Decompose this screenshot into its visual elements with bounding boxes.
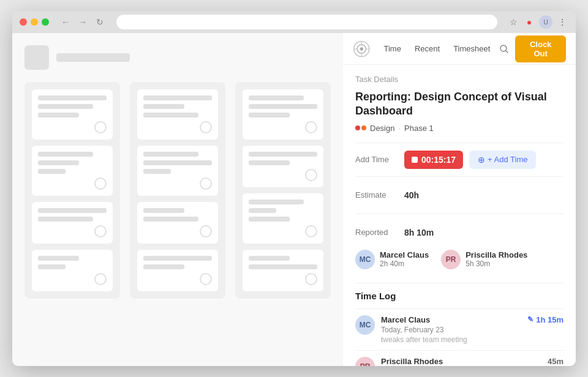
clock-out-button[interactable]: Clock Out — [515, 35, 566, 62]
task-meta: Design · Phase 1 — [355, 124, 564, 133]
timer-display[interactable]: 00:15:17 — [404, 151, 463, 169]
kanban-card — [137, 146, 218, 196]
skeleton-play — [94, 177, 107, 190]
person-time: 2h 40m — [380, 259, 429, 268]
kanban-card — [32, 146, 113, 196]
kanban-card — [243, 250, 323, 291]
time-log-entry-2: PR Priscilla Rhodes Today, February 23 4… — [355, 350, 564, 366]
skeleton-line — [143, 208, 184, 213]
estimate-value: 40h — [404, 190, 419, 200]
kanban-card — [137, 250, 218, 291]
person-entry: PR Priscilla Rhodes 5h 30m — [441, 250, 527, 269]
close-button[interactable] — [20, 18, 27, 26]
skeleton-line — [143, 264, 184, 269]
add-time-button[interactable]: ⊕ + Add Time — [469, 151, 536, 169]
profile-avatar[interactable]: U — [539, 15, 552, 29]
divider — [355, 143, 564, 143]
skeleton-line — [38, 113, 79, 118]
skeleton-play — [200, 225, 212, 237]
tl-name: Priscilla Rhodes — [381, 357, 541, 366]
tl-time-value: 1h 15m — [536, 315, 564, 324]
reported-label: Reported — [355, 228, 404, 237]
time-log-info: Marcel Claus Today, February 23 tweaks a… — [381, 315, 521, 344]
kanban-card — [32, 202, 113, 244]
browser-nav: ← → ↻ — [59, 15, 107, 29]
kanban-card — [243, 193, 323, 244]
skeleton-line — [38, 208, 107, 213]
skeleton-line — [143, 152, 198, 157]
person-entry: MC Marcel Claus 2h 40m — [355, 250, 429, 269]
browser-content: Time Recent Timesheet Clock Out Task Det… — [12, 33, 576, 366]
tl-time: ✎ 1h 15m — [527, 315, 564, 324]
skeleton-line — [249, 208, 276, 213]
tab-timesheet[interactable]: Timesheet — [447, 40, 496, 57]
avatar-marcel: MC — [355, 250, 375, 269]
avatar-priscilla-log: PR — [355, 357, 375, 366]
phase-label: Phase 1 — [404, 124, 434, 133]
skeleton-header — [24, 45, 331, 70]
address-bar[interactable] — [116, 15, 497, 29]
project-label: Design — [370, 124, 394, 133]
browser-actions: ☆ ● U ⋮ — [507, 15, 568, 29]
search-icon[interactable] — [496, 40, 511, 58]
right-panel: Time Recent Timesheet Clock Out Task Det… — [343, 33, 576, 366]
panel-toolbar: Time Recent Timesheet Clock Out — [343, 33, 576, 65]
skeleton-line — [249, 217, 290, 222]
divider — [355, 176, 564, 177]
project-dots — [355, 125, 366, 130]
person-name: Priscilla Rhodes — [466, 250, 527, 259]
reported-row: Reported 8h 10m — [355, 222, 564, 244]
skeleton-play — [94, 225, 107, 237]
toolbar-nav: Time Recent Timesheet — [378, 40, 497, 57]
tl-name: Marcel Claus — [381, 315, 521, 324]
maximize-button[interactable] — [42, 18, 49, 26]
dot-red — [355, 125, 360, 130]
browser-titlebar: ← → ↻ ☆ ● U ⋮ — [12, 11, 576, 33]
avatar-marcel-log: MC — [355, 315, 375, 335]
skeleton-play — [305, 273, 317, 285]
skeleton-line — [38, 95, 107, 100]
main-page — [12, 33, 343, 366]
skeleton-line — [38, 152, 93, 157]
kanban-column-2 — [130, 82, 225, 299]
tab-recent[interactable]: Recent — [409, 40, 446, 57]
skeleton-line — [249, 160, 290, 165]
traffic-lights — [20, 18, 49, 26]
kanban-card — [32, 89, 113, 140]
person-info: Marcel Claus 2h 40m — [380, 250, 429, 268]
skeleton-play — [94, 273, 107, 285]
back-button[interactable]: ← — [59, 15, 72, 29]
time-log-info: Priscilla Rhodes Today, February 23 — [381, 357, 541, 366]
person-time: 5h 30m — [466, 259, 527, 268]
skeleton-line — [143, 217, 198, 222]
record-icon[interactable]: ● — [523, 16, 535, 28]
skeleton-line — [143, 104, 184, 109]
tab-time[interactable]: Time — [378, 40, 407, 57]
dot-orange — [361, 125, 366, 130]
person-name: Marcel Claus — [380, 250, 429, 259]
skeleton-play — [200, 177, 212, 190]
skeleton-line — [249, 264, 317, 269]
forward-button[interactable]: → — [76, 15, 89, 29]
tl-time: 45m — [548, 357, 564, 366]
bookmark-icon[interactable]: ☆ — [507, 16, 519, 28]
minimize-button[interactable] — [31, 18, 38, 26]
skeleton-play — [305, 121, 317, 133]
skeleton-line — [38, 256, 79, 261]
more-options-icon[interactable]: ⋮ — [556, 16, 568, 28]
app-logo — [353, 39, 371, 59]
svg-point-2 — [360, 47, 363, 50]
kanban-card — [243, 89, 323, 140]
reported-value: 8h 10m — [404, 228, 434, 237]
time-log-entry-1: MC Marcel Claus Today, February 23 tweak… — [355, 308, 564, 350]
kanban-card — [137, 89, 218, 140]
skeleton-line — [249, 95, 304, 100]
kanban-card — [137, 202, 218, 244]
kanban-column-1 — [24, 82, 120, 299]
skeleton-line — [249, 256, 290, 261]
edit-icon[interactable]: ✎ — [527, 315, 533, 324]
skeleton-line — [143, 113, 198, 118]
skeleton-title — [56, 53, 130, 62]
refresh-button[interactable]: ↻ — [93, 15, 107, 29]
kanban-card — [243, 146, 323, 187]
